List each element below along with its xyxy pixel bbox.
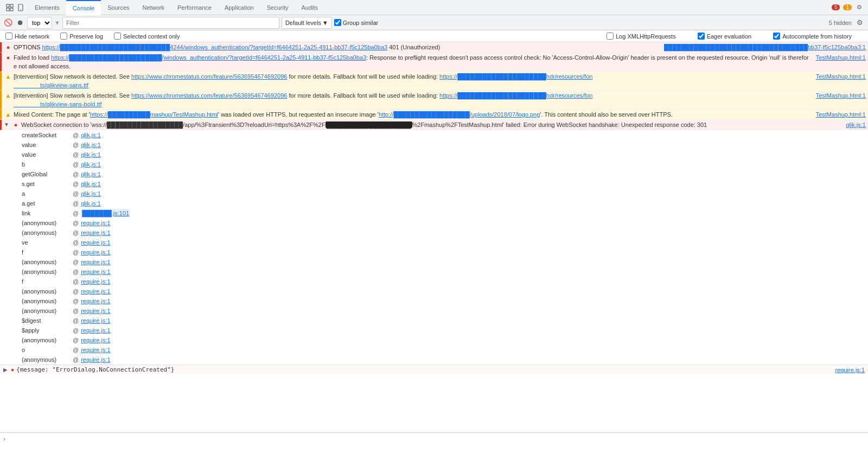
tab-audits[interactable]: Audits [295, 0, 324, 15]
console-toolbar: 🚫 ⏺ top ▼ Default levels ▼ Group similar… [0, 15, 868, 30]
stack-link-anon-6[interactable]: require.js:1 [81, 297, 110, 305]
stack-link-o[interactable]: require.js:1 [81, 346, 110, 354]
tab-performance[interactable]: Performance [171, 0, 218, 15]
stack-link-b[interactable]: qlik.js:1 [81, 160, 101, 169]
insecure-img-url[interactable]: http://██████████████████/uploads/2018/0… [379, 111, 540, 118]
tab-console[interactable]: Console [66, 0, 101, 15]
group-similar-label[interactable]: Group similar [334, 19, 378, 26]
stack-value-2: value @ qlik.js:1 [0, 150, 868, 159]
options-url[interactable]: https://██████████████████████████4244/w… [42, 44, 388, 50]
clear-icon[interactable]: 🚫 [3, 18, 13, 28]
settings-row: Hide network Preserve log Selected conte… [0, 30, 868, 42]
last-object-source[interactable]: require.js:1 [831, 367, 865, 373]
hide-network-checkbox[interactable] [5, 33, 12, 40]
console-row-websocket: ▼ ● WebSocket connection to 'wss://█████… [0, 120, 868, 130]
stack-f-2: f @ require.js:1 [0, 277, 868, 286]
log-xhr-check[interactable]: Log XMLHttpRequests [607, 33, 676, 40]
stop-icon[interactable]: ⏺ [15, 18, 25, 28]
tab-elements[interactable]: Elements [28, 0, 66, 15]
stack-ve: ve @ require.js:1 [0, 238, 868, 247]
stack-link-aget[interactable]: qlik.js:1 [81, 199, 101, 208]
stack-link-anon-7[interactable]: require.js:1 [81, 306, 110, 315]
settings-icon[interactable]: ⚙ [855, 3, 864, 12]
selected-context-checkbox[interactable] [114, 33, 121, 40]
page-url[interactable]: https://██████████mashup/TestMashup.html [90, 111, 218, 118]
tab-security[interactable]: Security [260, 0, 295, 15]
stack-anon-5: (anonymous) @ require.js:1 [0, 286, 868, 296]
expand-icon-ws[interactable]: ▼ [4, 120, 11, 129]
intervention-1-text: [Intervention] Slow network is detected.… [14, 72, 812, 89]
stack-link-anon-2[interactable]: require.js:1 [81, 228, 110, 237]
warn-icon-1: ▲ [4, 72, 12, 81]
console-row-mixed-content: ▲ Mixed Content: The page at 'https://██… [0, 110, 868, 120]
failed-url[interactable]: https://██████████████████████/windows_a… [51, 54, 366, 61]
stack-link-apply[interactable]: require.js:1 [81, 326, 110, 335]
error-badge: 5 [832, 4, 840, 10]
last-object-row: ▶ ● {message: "ErrorDialog.NoConnectionC… [0, 365, 868, 374]
hide-network-check[interactable]: Hide network [5, 33, 49, 40]
intervention-2-source[interactable]: TestMashup.html:1 [812, 91, 866, 100]
stack-link-createSocket[interactable]: qlik.js:1 [81, 131, 101, 139]
eager-eval-checkbox[interactable] [698, 33, 705, 40]
intervention-1-source[interactable]: TestMashup.html:1 [812, 72, 866, 81]
console-input[interactable] [8, 435, 865, 442]
stack-link-anon-9[interactable]: require.js:1 [81, 355, 110, 364]
ws-source[interactable]: qlik.js:1 [841, 120, 866, 129]
mixed-content-source[interactable]: TestMashup.html:1 [812, 110, 866, 119]
settings-gear-icon[interactable]: ⚙ [855, 18, 865, 28]
group-similar-checkbox[interactable] [334, 19, 341, 26]
preserve-log-check[interactable]: Preserve log [60, 33, 103, 40]
stack-link-value-1[interactable]: qlik.js:1 [81, 140, 101, 149]
filter-input[interactable] [62, 17, 279, 29]
svg-rect-3 [10, 8, 13, 11]
stack-anon-4: (anonymous) @ require.js:1 [0, 267, 868, 277]
options-source[interactable]: ██████████████████████████████████bb37-f… [660, 43, 866, 52]
failed-load-text: Failed to load https://█████████████████… [14, 53, 812, 71]
stack-link-a[interactable]: qlik.js:1 [81, 189, 101, 198]
mobile-icon[interactable] [16, 3, 25, 12]
log-xhr-checkbox[interactable] [607, 33, 614, 40]
failed-source[interactable]: TestMashup.html:1 [812, 53, 866, 62]
stack-link-anon-5[interactable]: require.js:1 [81, 287, 110, 296]
stack-link-ve[interactable]: require.js:1 [81, 238, 110, 247]
stack-o: o @ require.js:1 [0, 345, 868, 355]
tab-application[interactable]: Application [218, 0, 260, 15]
stack-anon-9: (anonymous) @ require.js:1 [0, 355, 868, 365]
autocomplete-check[interactable]: Autocomplete from history [773, 33, 852, 40]
tab-network[interactable]: Network [136, 0, 171, 15]
stack-link-anon-4[interactable]: require.js:1 [81, 267, 110, 276]
stack-link-link[interactable]: ███████.js:101 [81, 209, 130, 218]
stack-link-sget[interactable]: qlik.js:1 [81, 180, 101, 188]
context-select[interactable]: top [27, 17, 52, 29]
hidden-count: 5 hidden [829, 20, 852, 26]
stack-link-anon-1[interactable]: require.js:1 [81, 219, 110, 227]
console-output: ● OPTIONS https://██████████████████████… [0, 42, 868, 432]
stack-link-digest[interactable]: require.js:1 [81, 316, 110, 325]
websocket-text: WebSocket connection to 'wss://█████████… [21, 120, 841, 129]
selected-context-check[interactable]: Selected context only [114, 33, 180, 40]
font-link-1[interactable]: https://█████████████████████hdr/resourc… [14, 73, 592, 88]
stack-anon-1: (anonymous) @ require.js:1 [0, 218, 868, 228]
chromestatus-link-1[interactable]: https://www.chromestatus.com/feature/563… [131, 73, 287, 80]
stack-value-1: value @ qlik.js:1 [0, 140, 868, 150]
chromestatus-link-2[interactable]: https://www.chromestatus.com/feature/563… [131, 92, 287, 99]
preserve-log-checkbox[interactable] [60, 33, 67, 40]
stack-link-value-2[interactable]: qlik.js:1 [81, 150, 101, 159]
font-link-2[interactable]: https://█████████████████████hdr/resourc… [14, 92, 592, 107]
console-row-options: ● OPTIONS https://██████████████████████… [0, 42, 868, 53]
stack-link-f-1[interactable]: require.js:1 [81, 248, 110, 257]
intervention-2-text: [Intervention] Slow network is detected.… [14, 91, 812, 108]
eager-eval-check[interactable]: Eager evaluation [698, 33, 752, 40]
last-object-text: {message: "ErrorDialog.NoConnectionCreat… [16, 366, 174, 373]
stack-link-getGlobal[interactable]: qlik.js:1 [81, 170, 101, 178]
svg-point-5 [20, 9, 21, 10]
levels-button[interactable]: Default levels ▼ [282, 17, 332, 29]
stack-link-anon-3[interactable]: require.js:1 [81, 258, 110, 266]
stack-link-anon-8[interactable]: require.js:1 [81, 336, 110, 344]
autocomplete-checkbox[interactable] [773, 33, 780, 40]
inspect-icon[interactable] [5, 3, 14, 12]
stack-link-f-2[interactable]: require.js:1 [81, 277, 110, 286]
tab-sources[interactable]: Sources [101, 0, 136, 15]
console-row-failed-load: ● Failed to load https://███████████████… [0, 53, 868, 72]
expand-icon-last[interactable]: ▶ [3, 367, 11, 373]
